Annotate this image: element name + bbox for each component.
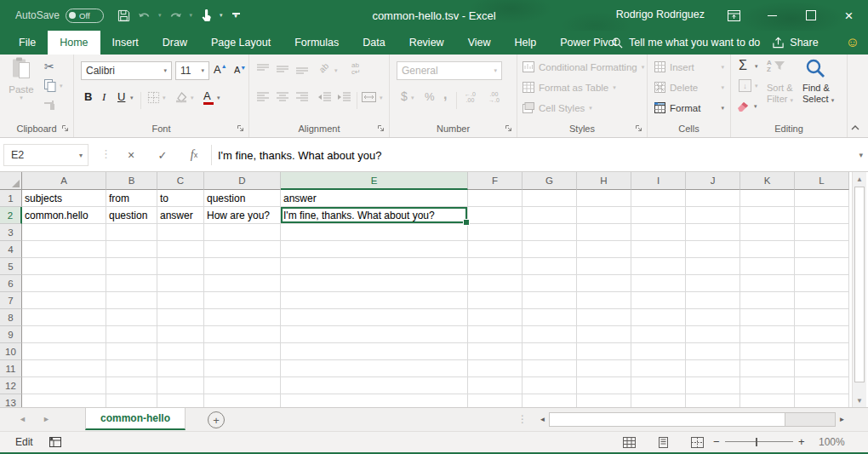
cell-B8[interactable] xyxy=(106,309,157,326)
fill-color-dropdown-icon[interactable]: ▾ xyxy=(191,95,194,101)
ribbon-tab-file[interactable]: File xyxy=(7,31,48,55)
borders-button[interactable] xyxy=(147,91,160,104)
cell-K12[interactable] xyxy=(740,377,795,394)
cell-B4[interactable] xyxy=(106,241,157,258)
cell-I6[interactable] xyxy=(631,275,686,292)
cell-L5[interactable] xyxy=(795,258,849,275)
macro-record-icon[interactable] xyxy=(49,437,61,447)
copy-button[interactable] xyxy=(44,79,56,92)
cell-J9[interactable] xyxy=(686,326,740,343)
row-header-9[interactable]: 9 xyxy=(0,326,22,343)
cell-J8[interactable] xyxy=(686,309,740,326)
cell-F13[interactable] xyxy=(468,394,523,407)
cell-H9[interactable] xyxy=(577,326,631,343)
cell-J12[interactable] xyxy=(686,377,740,394)
cell-A5[interactable] xyxy=(22,258,106,275)
column-header-L[interactable]: L xyxy=(795,172,849,190)
cell-D10[interactable] xyxy=(204,343,281,360)
column-header-E[interactable]: E xyxy=(281,172,468,190)
row-header-2[interactable]: 2 xyxy=(0,207,22,224)
cell-B13[interactable] xyxy=(106,394,157,407)
orientation-button[interactable]: ab xyxy=(317,61,331,75)
cell-A12[interactable] xyxy=(22,377,106,394)
cell-A10[interactable] xyxy=(22,343,106,360)
column-header-J[interactable]: J xyxy=(686,172,740,190)
sort-filter-button[interactable]: Sort & Filter ▾ xyxy=(767,83,793,106)
cell-H5[interactable] xyxy=(577,258,631,275)
cell-I7[interactable] xyxy=(631,292,686,309)
wrap-text-button[interactable]: abc↵ xyxy=(351,62,361,76)
cell-I11[interactable] xyxy=(631,360,686,377)
borders-dropdown-icon[interactable]: ▾ xyxy=(163,95,166,101)
cell-A3[interactable] xyxy=(22,224,106,241)
cell-D9[interactable] xyxy=(204,326,281,343)
cell-D13[interactable] xyxy=(204,394,281,407)
cell-J5[interactable] xyxy=(686,258,740,275)
ribbon-tab-data[interactable]: Data xyxy=(351,31,397,55)
cell-F4[interactable] xyxy=(468,241,523,258)
cell-A6[interactable] xyxy=(22,275,106,292)
cell-A13[interactable] xyxy=(22,394,106,407)
cell-J6[interactable] xyxy=(686,275,740,292)
cell-I9[interactable] xyxy=(631,326,686,343)
cell-G3[interactable] xyxy=(523,224,577,241)
cell-F10[interactable] xyxy=(468,343,523,360)
ribbon-tab-insert[interactable]: Insert xyxy=(100,31,151,55)
cell-C2[interactable]: answer xyxy=(157,207,204,224)
underline-button[interactable]: U xyxy=(117,90,125,103)
undo-dropdown-icon[interactable]: ▾ xyxy=(158,12,162,19)
cell-L1[interactable] xyxy=(795,190,849,207)
cell-F2[interactable] xyxy=(468,207,523,224)
cell-I12[interactable] xyxy=(631,377,686,394)
cell-L4[interactable] xyxy=(795,241,849,258)
bold-button[interactable]: B xyxy=(84,90,92,103)
cell-H11[interactable] xyxy=(577,360,631,377)
clear-dropdown-icon[interactable]: ▾ xyxy=(754,103,757,110)
cell-K13[interactable] xyxy=(740,394,795,407)
cell-E10[interactable] xyxy=(281,343,468,360)
cell-C4[interactable] xyxy=(157,241,204,258)
cell-K4[interactable] xyxy=(740,241,795,258)
cell-F1[interactable] xyxy=(468,190,523,207)
scroll-left-icon[interactable]: ◄ xyxy=(536,416,549,423)
ribbon-tab-view[interactable]: View xyxy=(456,31,503,55)
cell-D1[interactable]: question xyxy=(204,190,281,207)
touch-mode-dropdown-icon[interactable]: ▾ xyxy=(220,12,223,19)
cell-D11[interactable] xyxy=(204,360,281,377)
customize-qat-icon[interactable]: ▾ xyxy=(232,13,240,18)
cell-G10[interactable] xyxy=(523,343,577,360)
fill-color-button[interactable] xyxy=(174,91,188,103)
column-header-I[interactable]: I xyxy=(631,172,686,190)
cell-B10[interactable] xyxy=(106,343,157,360)
cell-J2[interactable] xyxy=(686,207,740,224)
column-header-D[interactable]: D xyxy=(204,172,281,190)
cell-G1[interactable] xyxy=(523,190,577,207)
merge-dropdown-icon[interactable]: ▾ xyxy=(380,95,383,101)
row-header-10[interactable]: 10 xyxy=(0,343,22,360)
ribbon-tab-home[interactable]: Home xyxy=(48,31,100,55)
cell-H3[interactable] xyxy=(577,224,631,241)
accounting-format-button[interactable]: $ xyxy=(401,89,408,103)
align-left-icon[interactable] xyxy=(256,91,270,103)
cell-C8[interactable] xyxy=(157,309,204,326)
fill-handle[interactable] xyxy=(463,219,470,226)
cell-H12[interactable] xyxy=(577,377,631,394)
cell-B1[interactable]: from xyxy=(106,190,157,207)
row-header-12[interactable]: 12 xyxy=(0,377,22,394)
scrollbar-resize-grip[interactable]: ⋮ xyxy=(517,413,528,425)
cell-A2[interactable]: common.hello xyxy=(22,207,106,224)
cell-L3[interactable] xyxy=(795,224,849,241)
copy-dropdown-icon[interactable]: ▾ xyxy=(60,83,63,89)
format-painter-button[interactable] xyxy=(43,99,56,111)
page-break-preview-icon[interactable] xyxy=(691,437,704,448)
cell-E2[interactable]: I'm fine, thanks. What about you? xyxy=(281,207,468,224)
redo-dropdown-icon[interactable]: ▾ xyxy=(190,12,193,19)
align-top-icon[interactable] xyxy=(256,63,270,75)
cell-C12[interactable] xyxy=(157,377,204,394)
row-header-13[interactable]: 13 xyxy=(0,394,22,407)
font-color-dropdown-icon[interactable]: ▾ xyxy=(217,95,220,101)
cell-H7[interactable] xyxy=(577,292,631,309)
cell-E9[interactable] xyxy=(281,326,468,343)
italic-button[interactable]: I xyxy=(102,90,106,104)
zoom-in-button[interactable]: + xyxy=(798,435,805,448)
